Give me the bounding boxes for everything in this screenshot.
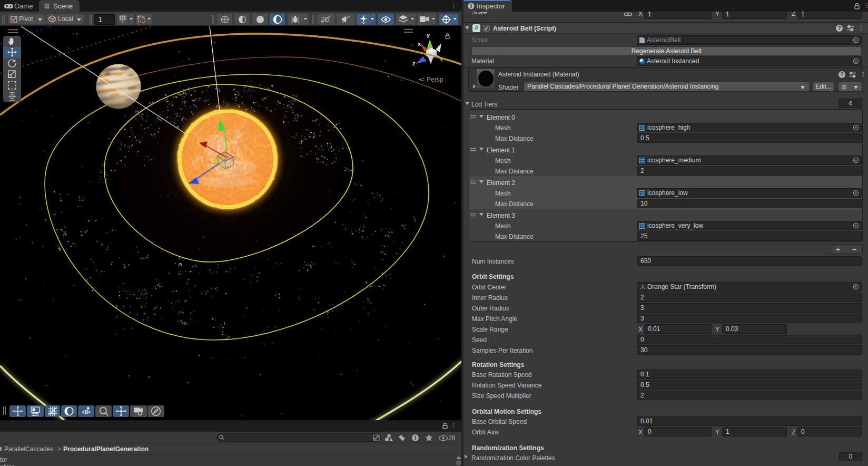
svg-text:Persp: Persp	[427, 76, 443, 83]
svg-text:z: z	[412, 60, 416, 66]
svg-text:x: x	[418, 41, 421, 47]
svg-text:Y: Y	[121, 20, 124, 24]
svg-text:y: y	[427, 32, 430, 38]
